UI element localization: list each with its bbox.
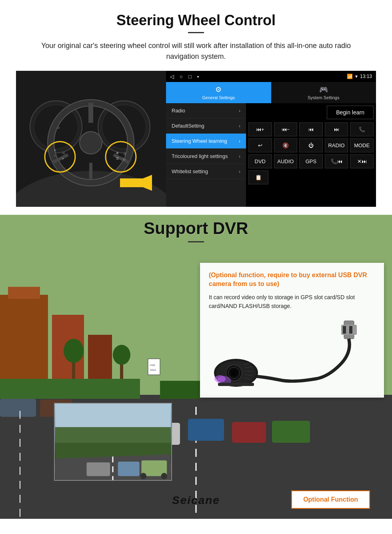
seicane-logo: Seicane xyxy=(172,494,220,507)
svg-text:−: − xyxy=(54,154,56,158)
menu-steering-label: Steering Wheel learning xyxy=(172,138,227,144)
menu-item-tricoloured[interactable]: Tricoloured light settings › xyxy=(166,149,246,164)
svg-point-13 xyxy=(80,132,102,154)
general-settings-label: General Settings xyxy=(202,95,235,100)
street-scene-bg: FOR SALE Support DVR (Optional function,… xyxy=(0,215,392,519)
begin-learn-button[interactable]: Begin learn xyxy=(327,106,374,119)
menu-item-whitelist[interactable]: Whitelist setting › xyxy=(166,164,246,179)
back-nav-icon[interactable]: ◁ xyxy=(170,74,174,80)
ctrl-hang-up[interactable]: ↩ xyxy=(248,138,272,152)
ctrl-vol-up[interactable]: ⏮+ xyxy=(248,122,272,136)
control-row-2: ↩ 🔇 ⏻ RADIO MODE xyxy=(248,138,374,152)
statusbar-nav-icons: ◁ ○ □ ▪ xyxy=(170,74,199,80)
time-display: 13:13 xyxy=(360,74,372,79)
system-settings-label: System Settings xyxy=(308,95,339,100)
menu-item-default-setting[interactable]: DefaultSetting › xyxy=(166,118,246,134)
dvr-title-area: Support DVR xyxy=(0,219,392,242)
steering-title: Steering Wheel Control xyxy=(16,12,376,29)
ctrl-audio[interactable]: AUDIO xyxy=(274,154,298,168)
svg-text:⊕: ⊕ xyxy=(116,151,119,155)
menu-nav-icon[interactable]: ▪ xyxy=(197,74,199,80)
svg-text:≡: ≡ xyxy=(62,157,64,160)
svg-rect-42 xyxy=(272,421,310,443)
control-row-3: DVD AUDIO GPS 📞⏮ ✕⏭ xyxy=(248,154,374,168)
steering-control-panel: Begin learn ⏮+ ⏮− ⏮ ⏭ 📞 ↩ 🔇 ⏻ xyxy=(246,103,376,207)
svg-text:SALE: SALE xyxy=(150,369,156,371)
svg-rect-51 xyxy=(343,326,346,334)
menu-whitelist-label: Whitelist setting xyxy=(172,168,208,174)
dvr-title: Support DVR xyxy=(0,219,392,238)
dvr-inset-image xyxy=(54,403,172,481)
svg-point-36 xyxy=(113,345,130,365)
dvr-optional-note: (Optional function, require to buy exter… xyxy=(209,271,375,289)
dvr-section: FOR SALE Support DVR (Optional function,… xyxy=(0,215,392,519)
svg-text:◁: ◁ xyxy=(62,151,65,155)
svg-point-75 xyxy=(161,473,167,479)
ctrl-dvd[interactable]: DVD xyxy=(248,154,272,168)
title-divider xyxy=(188,32,204,33)
svg-point-59 xyxy=(214,375,226,382)
android-ui-panel: ◁ ○ □ ▪ 📶 ▾ 13:13 ⚙ General Settings xyxy=(166,71,376,207)
android-statusbar: ◁ ○ □ ▪ 📶 ▾ 13:13 xyxy=(166,71,376,82)
ctrl-vol-down[interactable]: ⏮− xyxy=(274,122,298,136)
svg-text:FOR: FOR xyxy=(150,364,155,366)
signal-icon: 📶 xyxy=(347,74,353,79)
tab-general-settings[interactable]: ⚙ General Settings xyxy=(166,82,271,103)
svg-rect-41 xyxy=(232,422,266,443)
menu-arrow-icon: › xyxy=(239,169,240,174)
menu-arrow-icon: › xyxy=(239,123,240,129)
svg-rect-30 xyxy=(8,287,40,299)
ctrl-next-track[interactable]: ⏭ xyxy=(325,122,348,136)
android-tabs: ⚙ General Settings 🎮 System Settings xyxy=(166,82,376,103)
ctrl-power[interactable]: ⏻ xyxy=(299,138,323,152)
wifi-icon: ▾ xyxy=(355,74,358,79)
ctrl-phone[interactable]: 📞 xyxy=(350,122,374,136)
svg-text:☰: ☰ xyxy=(116,157,119,160)
dvr-divider xyxy=(188,241,204,242)
steering-section: Steering Wheel Control Your original car… xyxy=(0,0,392,215)
ctrl-gps[interactable]: GPS xyxy=(299,154,323,168)
menu-default-label: DefaultSetting xyxy=(172,123,204,129)
svg-text:◁: ◁ xyxy=(123,152,126,156)
recents-nav-icon[interactable]: □ xyxy=(188,74,192,80)
ctrl-phone-prev[interactable]: 📞⏮ xyxy=(325,154,348,168)
svg-rect-43 xyxy=(0,379,140,399)
settings-gear-icon: ⚙ xyxy=(215,85,222,94)
svg-point-57 xyxy=(231,370,237,376)
settings-menu-list: Radio › DefaultSetting › Steering Wheel … xyxy=(166,103,246,207)
svg-text:+: + xyxy=(54,148,56,152)
svg-rect-60 xyxy=(218,383,254,386)
svg-rect-72 xyxy=(118,462,140,476)
svg-rect-45 xyxy=(148,359,160,375)
steering-subtitle: Your original car's steering wheel contr… xyxy=(24,40,368,62)
steering-wheel-image: RPM + − ◁ ≡ xyxy=(16,71,166,207)
menu-item-steering-learning[interactable]: Steering Wheel learning › xyxy=(166,134,246,149)
dvr-info-box: (Optional function, require to buy exter… xyxy=(200,263,384,398)
ctrl-x-next[interactable]: ✕⏭ xyxy=(350,154,374,168)
control-row-1: ⏮+ ⏮− ⏮ ⏭ 📞 xyxy=(248,122,374,136)
system-icon: 🎮 xyxy=(319,85,328,94)
steering-content-area: RPM + − ◁ ≡ xyxy=(16,71,376,207)
begin-learn-row: Begin learn xyxy=(248,106,374,119)
ctrl-mute[interactable]: 🔇 xyxy=(274,138,298,152)
tab-system-settings[interactable]: 🎮 System Settings xyxy=(271,82,376,103)
menu-arrow-active-icon: › xyxy=(239,138,240,144)
menu-arrow-icon: › xyxy=(239,108,240,114)
dvr-camera-visual xyxy=(209,317,375,389)
svg-rect-25 xyxy=(120,178,152,187)
menu-radio-label: Radio xyxy=(172,108,185,114)
svg-rect-44 xyxy=(160,381,200,399)
ctrl-prev-track[interactable]: ⏮ xyxy=(299,122,323,136)
home-nav-icon[interactable]: ○ xyxy=(180,74,183,80)
statusbar-time-area: 📶 ▾ 13:13 xyxy=(347,74,372,79)
menu-arrow-icon: › xyxy=(239,154,240,159)
ctrl-mode[interactable]: MODE xyxy=(350,138,374,152)
svg-point-74 xyxy=(140,473,147,479)
ctrl-radio[interactable]: RADIO xyxy=(325,138,348,152)
menu-item-radio[interactable]: Radio › xyxy=(166,103,246,118)
optional-function-button[interactable]: Optional Function xyxy=(291,490,370,509)
svg-rect-52 xyxy=(349,326,352,334)
svg-point-34 xyxy=(64,339,84,363)
ctrl-extra[interactable]: 📋 xyxy=(248,170,268,184)
menu-tricoloured-label: Tricoloured light settings xyxy=(172,153,228,159)
